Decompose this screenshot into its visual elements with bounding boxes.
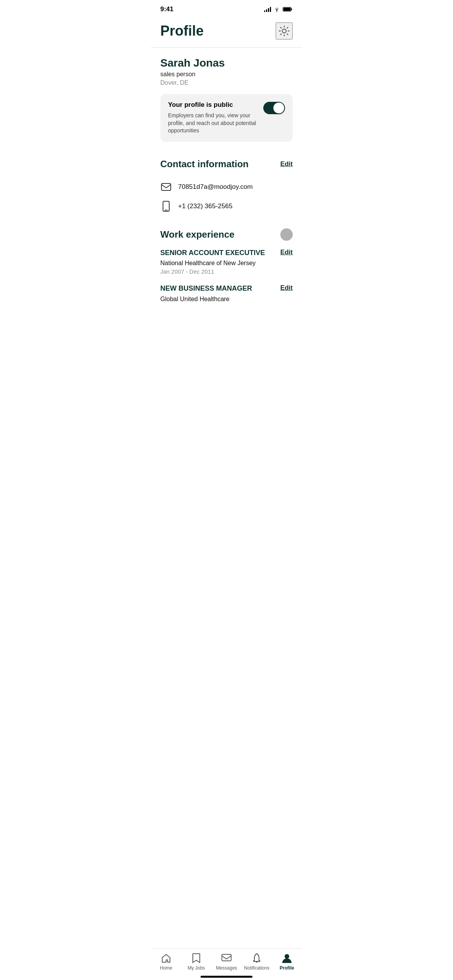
- wifi-icon: [273, 7, 280, 12]
- contact-section-title: Contact information: [160, 159, 249, 170]
- public-profile-toggle[interactable]: [263, 102, 285, 114]
- public-profile-card: Your profile is public Employers can fin…: [160, 94, 293, 142]
- email-icon: [160, 181, 172, 193]
- public-card-description: Employers can find you, view your profil…: [168, 112, 257, 135]
- phone-contact-item: +1 (232) 365-2565: [160, 197, 293, 216]
- phone-icon: [160, 200, 172, 212]
- public-card-content: Your profile is public Employers can fin…: [168, 101, 257, 135]
- work-item-header: SENIOR ACCOUNT EXECUTIVE Edit: [160, 248, 293, 257]
- work-company-1: Global United Healthcare: [160, 296, 293, 303]
- profile-job-title: sales person: [160, 71, 293, 78]
- svg-point-0: [276, 11, 277, 12]
- signal-icon: [264, 7, 271, 12]
- work-item: SENIOR ACCOUNT EXECUTIVE Edit National H…: [160, 248, 293, 275]
- work-job-title: SENIOR ACCOUNT EXECUTIVE: [160, 248, 276, 257]
- work-job-title-1: NEW BUSINESS MANAGER: [160, 284, 276, 293]
- svg-rect-3: [283, 8, 290, 11]
- svg-rect-5: [161, 183, 171, 190]
- contact-section: Contact information Edit 70851d7a@moodjo…: [151, 148, 302, 219]
- work-company-0: National Healthcare of New Jersey: [160, 260, 293, 267]
- profile-name: Sarah Jonas: [160, 57, 293, 69]
- work-edit-button-0[interactable]: Edit: [280, 248, 293, 256]
- svg-point-4: [282, 29, 286, 33]
- status-icons: [264, 7, 293, 12]
- profile-location: Dover, DE: [160, 79, 293, 86]
- work-item-header: NEW BUSINESS MANAGER Edit: [160, 284, 293, 293]
- page-title: Profile: [160, 23, 204, 39]
- phone-value: +1 (232) 365-2565: [178, 202, 232, 210]
- gear-icon: [278, 25, 290, 37]
- profile-section: Sarah Jonas sales person Dover, DE Your …: [151, 48, 302, 148]
- svg-rect-2: [291, 9, 292, 10]
- contact-edit-button[interactable]: Edit: [280, 160, 293, 168]
- add-work-button[interactable]: [280, 228, 293, 241]
- public-card-title: Your profile is public: [168, 101, 257, 109]
- email-contact-item: 70851d7a@moodjoy.com: [160, 177, 293, 197]
- work-section-header: Work experience: [160, 228, 293, 241]
- contact-section-header: Contact information Edit: [160, 159, 293, 170]
- toggle-knob: [273, 103, 284, 113]
- status-bar: 9:41: [151, 0, 302, 16]
- email-value: 70851d7a@moodjoy.com: [178, 183, 253, 191]
- work-experience-section: Work experience SENIOR ACCOUNT EXECUTIVE…: [151, 219, 302, 315]
- work-section-title: Work experience: [160, 229, 235, 240]
- settings-button[interactable]: [276, 22, 293, 39]
- work-dates-0: Jan 2007 - Dec 2011: [160, 268, 293, 275]
- status-time: 9:41: [160, 5, 173, 13]
- battery-icon: [283, 7, 293, 12]
- work-edit-button-1[interactable]: Edit: [280, 284, 293, 292]
- work-item: NEW BUSINESS MANAGER Edit Global United …: [160, 284, 293, 302]
- page-header: Profile: [151, 16, 302, 47]
